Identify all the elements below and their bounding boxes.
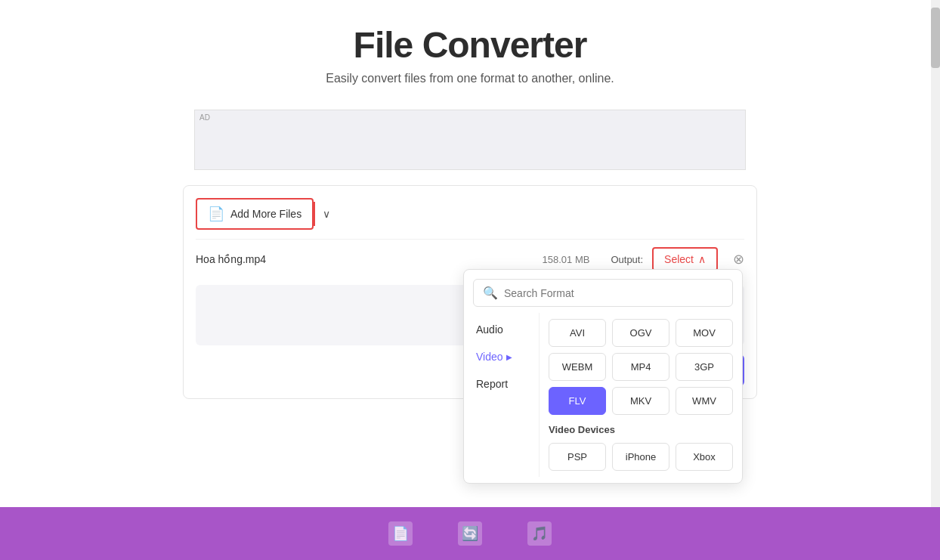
footer-shape-3: 🎵: [527, 521, 552, 546]
output-label: Output:: [611, 254, 643, 265]
format-grid: AVI OGV MOV WEBM MP4 3GP FLV MKV WMV Vid…: [540, 313, 742, 477]
footer-icon-1: 📄: [388, 521, 413, 546]
converter-box: 📄 Add More Files ∨ Hoa hồng.mp4 158.01 M…: [183, 185, 757, 399]
add-files-chevron[interactable]: ∨: [314, 202, 338, 226]
scrollbar-thumb[interactable]: [931, 8, 940, 68]
file-size: 158.01 MB: [529, 254, 589, 265]
footer-bar: 📄 🔄 🎵: [0, 507, 940, 560]
remove-file-button[interactable]: ⊗: [733, 251, 744, 268]
footer-shape-1: 📄: [388, 521, 413, 546]
search-icon: 🔍: [483, 286, 498, 300]
format-iphone[interactable]: iPhone: [612, 443, 669, 471]
ad-label: AD: [199, 113, 210, 122]
footer-shape-2: 🔄: [458, 521, 482, 546]
chevron-up-icon: ∧: [698, 253, 706, 265]
format-xbox[interactable]: Xbox: [676, 443, 733, 471]
format-avi[interactable]: AVI: [549, 319, 606, 347]
format-mp4[interactable]: MP4: [612, 353, 669, 381]
page-title: File Converter: [15, 24, 925, 66]
ad-banner: AD: [194, 110, 746, 170]
select-format-button[interactable]: Select ∧: [652, 247, 718, 271]
category-video[interactable]: Video: [464, 343, 539, 370]
add-files-label: Add More Files: [230, 208, 301, 220]
categories-list: Audio Video Report: [464, 313, 540, 477]
footer-icon-3: 🎵: [527, 521, 552, 546]
format-ogv[interactable]: OGV: [612, 319, 669, 347]
select-label: Select: [664, 253, 694, 265]
format-mov[interactable]: MOV: [676, 319, 733, 347]
category-section: Audio Video Report AVI OGV MOV WEBM MP4 …: [464, 313, 742, 477]
format-flv[interactable]: FLV: [549, 387, 606, 415]
format-webm[interactable]: WEBM: [549, 353, 606, 381]
format-3gp[interactable]: 3GP: [676, 353, 733, 381]
scrollbar[interactable]: [931, 0, 940, 560]
format-psp[interactable]: PSP: [549, 443, 606, 471]
add-files-button[interactable]: 📄 Add More Files: [196, 198, 314, 230]
footer-icon-2: 🔄: [458, 521, 482, 546]
page-header: File Converter Easily convert files from…: [0, 0, 940, 97]
page-subtitle: Easily convert files from one format to …: [15, 72, 925, 85]
search-input[interactable]: [504, 287, 723, 299]
video-devices-header: Video Devices: [549, 421, 733, 437]
category-report[interactable]: Report: [464, 370, 539, 398]
format-dropdown: 🔍 Audio Video Report AVI OGV MOV WEBM MP…: [463, 269, 743, 484]
format-mkv[interactable]: MKV: [612, 387, 669, 415]
category-audio[interactable]: Audio: [464, 316, 539, 343]
search-box: 🔍: [473, 279, 733, 307]
add-files-row: 📄 Add More Files ∨: [196, 198, 744, 230]
file-name: Hoa hồng.mp4: [196, 253, 520, 265]
file-icon: 📄: [208, 206, 224, 222]
format-wmv[interactable]: WMV: [676, 387, 733, 415]
